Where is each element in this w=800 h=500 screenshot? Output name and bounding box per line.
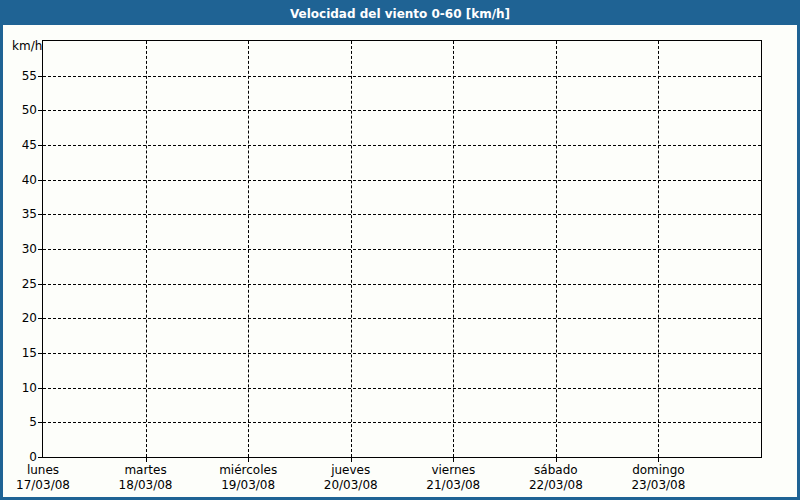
plot-area xyxy=(42,40,762,458)
x-day-label: lunes17/03/08 xyxy=(16,463,70,493)
gridline-horizontal xyxy=(43,249,761,250)
day-date: 17/03/08 xyxy=(16,478,70,493)
y-tick-mark xyxy=(38,180,42,181)
y-tick-mark xyxy=(38,145,42,146)
x-tick-mark xyxy=(146,458,147,462)
gridline-horizontal xyxy=(43,388,761,389)
gridline-horizontal xyxy=(43,76,761,77)
y-tick-mark xyxy=(38,249,42,250)
x-day-label: sábado22/03/08 xyxy=(529,463,583,493)
y-tick-mark xyxy=(38,388,42,389)
y-tick-label: 30 xyxy=(3,241,37,257)
day-date: 21/03/08 xyxy=(426,478,480,493)
day-date: 22/03/08 xyxy=(529,478,583,493)
gridline-horizontal xyxy=(43,110,761,111)
gridline-horizontal xyxy=(43,284,761,285)
x-day-label: martes18/03/08 xyxy=(119,463,173,493)
y-tick-mark xyxy=(38,318,42,319)
gridline-horizontal xyxy=(43,145,761,146)
day-date: 19/03/08 xyxy=(219,478,277,493)
gridline-horizontal xyxy=(43,214,761,215)
y-tick-mark xyxy=(38,457,42,458)
x-tick-mark xyxy=(556,458,557,462)
y-tick-mark xyxy=(38,422,42,423)
y-tick-label: 5 xyxy=(3,414,37,430)
y-tick-label: 35 xyxy=(3,206,37,222)
x-tick-mark xyxy=(658,458,659,462)
day-name: lunes xyxy=(16,463,70,478)
y-tick-mark xyxy=(38,353,42,354)
y-tick-mark xyxy=(38,110,42,111)
day-name: jueves xyxy=(324,463,378,478)
x-tick-mark xyxy=(351,458,352,462)
day-date: 20/03/08 xyxy=(324,478,378,493)
day-name: sábado xyxy=(529,463,583,478)
day-name: viernes xyxy=(426,463,480,478)
y-tick-mark xyxy=(38,284,42,285)
day-name: domingo xyxy=(631,463,685,478)
y-tick-label: 40 xyxy=(3,172,37,188)
day-name: martes xyxy=(119,463,173,478)
wind-speed-widget: Velocidad del viento 0-60 [km/h] km/h 05… xyxy=(0,0,800,500)
y-tick-label: 15 xyxy=(3,345,37,361)
day-date: 18/03/08 xyxy=(119,478,173,493)
gridline-vertical xyxy=(453,41,454,457)
y-tick-mark xyxy=(38,214,42,215)
gridline-horizontal xyxy=(43,353,761,354)
y-tick-label: 50 xyxy=(3,102,37,118)
gridline-vertical xyxy=(658,41,659,457)
x-tick-mark xyxy=(248,458,249,462)
chart-title: Velocidad del viento 0-60 [km/h] xyxy=(290,7,510,21)
y-tick-label: 20 xyxy=(3,310,37,326)
y-tick-label: 55 xyxy=(3,68,37,84)
y-tick-mark xyxy=(38,76,42,77)
y-tick-label: 10 xyxy=(3,380,37,396)
y-tick-label: 25 xyxy=(3,276,37,292)
gridline-vertical xyxy=(556,41,557,457)
gridline-horizontal xyxy=(43,422,761,423)
title-bar: Velocidad del viento 0-60 [km/h] xyxy=(3,3,797,25)
x-day-label: domingo23/03/08 xyxy=(631,463,685,493)
gridline-horizontal xyxy=(43,318,761,319)
day-date: 23/03/08 xyxy=(631,478,685,493)
x-tick-mark xyxy=(453,458,454,462)
gridline-vertical xyxy=(146,41,147,457)
day-name: miércoles xyxy=(219,463,277,478)
y-axis-unit-label: km/h xyxy=(12,39,42,53)
y-tick-label: 45 xyxy=(3,137,37,153)
x-day-label: miércoles19/03/08 xyxy=(219,463,277,493)
x-day-label: jueves20/03/08 xyxy=(324,463,378,493)
gridline-vertical xyxy=(248,41,249,457)
gridline-horizontal xyxy=(43,180,761,181)
gridline-vertical xyxy=(351,41,352,457)
x-day-label: viernes21/03/08 xyxy=(426,463,480,493)
